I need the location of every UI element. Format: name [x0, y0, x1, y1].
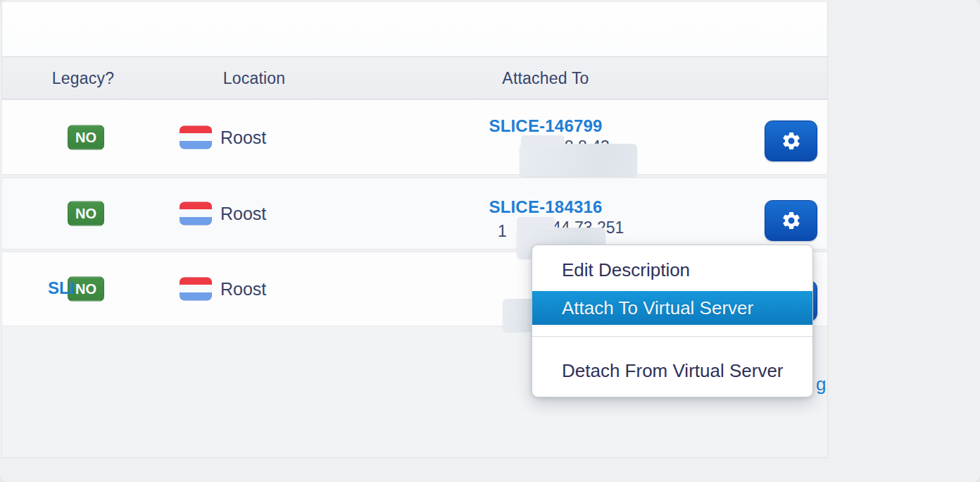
- location-label: Roost: [220, 279, 266, 299]
- column-header-legacy: Legacy?: [30, 69, 136, 88]
- location-label: Roost: [220, 204, 266, 224]
- panel-top-band: [1, 1, 828, 56]
- slice-link[interactable]: SLI: [48, 278, 74, 298]
- ip-redaction-blob: [521, 135, 565, 149]
- legacy-status-badge: NO: [68, 125, 104, 149]
- menu-item-attach-to-virtual-server[interactable]: Attach To Virtual Server: [532, 291, 812, 325]
- column-header-location: Location: [191, 69, 318, 88]
- menu-item-edit-description[interactable]: Edit Description: [532, 249, 812, 291]
- menu-item-detach-from-virtual-server[interactable]: Detach From Virtual Server: [532, 337, 812, 397]
- luxembourg-flag-icon: [180, 125, 212, 149]
- obscured-link-text-fragment[interactable]: g: [816, 373, 826, 395]
- row-actions-context-menu: Edit Description Attach To Virtual Serve…: [532, 245, 813, 397]
- location-label: Roost: [220, 127, 266, 147]
- table-row: NO Roost SLICE-146799 58.8.43: [1, 99, 828, 175]
- slice-link[interactable]: SLICE-184316: [489, 197, 602, 217]
- row-actions-gear-button[interactable]: [765, 121, 817, 161]
- app-screen: Legacy? Location Attached To NO Roost SL…: [0, 0, 980, 482]
- luxembourg-flag-icon: [180, 202, 212, 225]
- slice-link[interactable]: SLICE-146799: [489, 116, 602, 136]
- luxembourg-flag-icon: [180, 278, 212, 301]
- column-header-attached-to: Attached To: [446, 69, 646, 88]
- gear-icon: [781, 130, 802, 152]
- table-row: NO Roost SLICE-184316 1 44.73.251: [1, 178, 828, 249]
- menu-spacer: [532, 325, 812, 336]
- table-header: Legacy? Location Attached To: [1, 56, 828, 99]
- ip-redaction-blob: [517, 217, 555, 230]
- ip-address-prefix: 1: [498, 222, 507, 241]
- row-actions-gear-button[interactable]: [765, 200, 817, 241]
- legacy-status-badge: NO: [68, 202, 104, 226]
- gear-icon: [781, 210, 802, 231]
